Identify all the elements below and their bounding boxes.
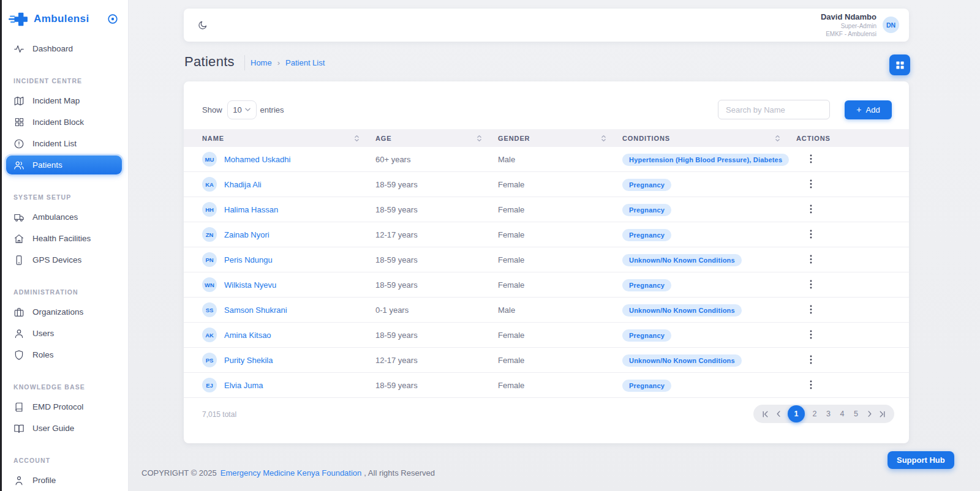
sidebar: Ambulensi Dashboard INCIDENT CENTRE (0, 0, 129, 491)
sidebar-item-incident-list[interactable]: Incident List (0, 133, 128, 154)
patient-gender: Male (498, 155, 622, 164)
page-size-select[interactable]: 10 (227, 100, 257, 119)
breadcrumb-home-link[interactable]: Home (251, 58, 272, 67)
avatar: PN (202, 252, 217, 267)
sidebar-item-organizations[interactable]: Organizations (0, 301, 128, 323)
total-count: 7,015 total (202, 410, 236, 419)
kebab-menu-icon[interactable] (807, 354, 815, 365)
device-icon (13, 255, 24, 266)
entries-label: entries (260, 105, 284, 114)
kebab-menu-icon[interactable] (807, 253, 815, 265)
sidebar-item-profile[interactable]: Profile (0, 470, 128, 491)
patient-name-link[interactable]: Amina Kitsao (224, 331, 271, 340)
add-button[interactable]: + Add (845, 100, 892, 119)
kebab-menu-icon[interactable] (807, 228, 815, 240)
title-divider (244, 55, 245, 70)
column-header-age[interactable]: AGE (375, 134, 498, 143)
sidebar-item-patients[interactable]: Patients (6, 156, 122, 174)
patient-name-link[interactable]: Peris Ndungu (224, 255, 273, 264)
column-label: NAME (202, 135, 224, 142)
kebab-menu-icon[interactable] (807, 379, 815, 391)
patient-name-link[interactable]: Zainab Nyori (224, 230, 270, 239)
last-page-button[interactable] (878, 410, 886, 418)
user-menu[interactable]: David Ndambo Super-Admin EMKF - Ambulens… (821, 12, 899, 39)
table-row: PSPurity Shekila 12-17 years Female Unkn… (184, 348, 909, 373)
sort-icon[interactable] (775, 134, 780, 143)
show-label: Show (202, 105, 222, 114)
brand-row: Ambulensi (0, 0, 128, 38)
sidebar-item-user-guide[interactable]: User Guide (0, 418, 128, 439)
first-page-button[interactable] (761, 410, 769, 418)
sidebar-item-gps-devices[interactable]: GPS Devices (0, 249, 128, 271)
kebab-menu-icon[interactable] (807, 329, 815, 340)
layout-grid-button[interactable] (889, 54, 910, 75)
section-label-system-setup: SYSTEM SETUP (0, 176, 128, 206)
column-header-gender[interactable]: GENDER (498, 134, 622, 143)
user-icon (13, 328, 24, 339)
column-header-actions: ACTIONS (796, 135, 909, 142)
grid-icon (13, 117, 24, 128)
sidebar-item-users[interactable]: Users (0, 323, 128, 344)
breadcrumb-current-link[interactable]: Patient List (285, 58, 325, 67)
next-page-button[interactable] (866, 410, 873, 418)
sidebar-pin-button[interactable] (107, 13, 118, 24)
patient-name-link[interactable]: Mohamed Uskadhi (224, 155, 290, 164)
patient-age: 0-1 years (375, 305, 498, 315)
patient-name-link[interactable]: Samson Shukrani (224, 305, 287, 315)
column-header-conditions[interactable]: CONDITIONS (622, 134, 796, 143)
sidebar-item-label: Incident Block (32, 118, 84, 127)
sort-icon[interactable] (601, 134, 606, 143)
search-input[interactable] (718, 100, 830, 119)
sidebar-item-dashboard[interactable]: Dashboard (0, 38, 128, 59)
sidebar-item-incident-map[interactable]: Incident Map (0, 90, 128, 111)
kebab-menu-icon[interactable] (807, 304, 815, 315)
table-row: MUMohamed Uskadhi 60+ years Male Hyperte… (184, 147, 909, 172)
page-button-3[interactable]: 3 (824, 410, 832, 418)
patient-name-link[interactable]: Wilkista Nyevu (224, 280, 276, 290)
patient-name-link[interactable]: Khadija Ali (224, 180, 262, 189)
brand-name: Ambulensi (34, 13, 107, 25)
open-book-icon (13, 423, 24, 434)
ambulensi-logo-icon (9, 10, 28, 28)
page-button-4[interactable]: 4 (839, 410, 846, 418)
sidebar-item-emd-protocol[interactable]: EMD Protocol (0, 396, 128, 418)
patient-name-link[interactable]: Purity Shekila (224, 356, 273, 365)
conditions-badge: Unknown/No Known Conditions (622, 304, 742, 317)
chevron-right-icon: › (277, 58, 280, 67)
column-label: CONDITIONS (622, 135, 670, 142)
column-header-name[interactable]: NAME (202, 134, 375, 143)
copyright-suffix: , All rights Reserved (364, 468, 435, 478)
chevron-down-icon (245, 108, 251, 111)
avatar[interactable]: DN (883, 17, 899, 33)
sidebar-item-health-facilities[interactable]: Health Facilities (0, 228, 128, 249)
page-button-5[interactable]: 5 (852, 410, 860, 418)
kebab-menu-icon[interactable] (807, 153, 815, 165)
patient-name-link[interactable]: Elvia Juma (224, 381, 263, 390)
sidebar-item-incident-block[interactable]: Incident Block (0, 111, 128, 133)
sort-icon[interactable] (354, 134, 360, 143)
patient-age: 12-17 years (375, 356, 498, 365)
sort-icon[interactable] (477, 134, 482, 143)
table-row: AKAmina Kitsao 18-59 years Female Pregna… (184, 323, 909, 348)
kebab-menu-icon[interactable] (807, 279, 815, 290)
sidebar-item-label: EMD Protocol (32, 402, 83, 411)
table-body: MUMohamed Uskadhi 60+ years Male Hyperte… (184, 147, 909, 398)
patient-name-link[interactable]: Halima Hassan (224, 205, 278, 214)
kebab-menu-icon[interactable] (807, 203, 815, 215)
pagination: 1 2 3 4 5 (753, 405, 894, 423)
sidebar-item-roles[interactable]: Roles (0, 344, 128, 365)
page-button-2[interactable]: 2 (811, 410, 819, 418)
support-hub-button[interactable]: Support Hub (888, 451, 954, 469)
avatar: ZN (202, 227, 217, 242)
patient-age: 18-59 years (375, 205, 498, 214)
sidebar-item-ambulances[interactable]: Ambulances (0, 206, 128, 228)
kebab-menu-icon[interactable] (807, 178, 815, 190)
org-link[interactable]: Emergency Medicine Kenya Foundation (221, 468, 362, 478)
page-button-1[interactable]: 1 (788, 405, 805, 422)
patients-card: Show 10 entries + Add NAME AGE (184, 81, 909, 443)
conditions-badge: Unknown/No Known Conditions (622, 354, 742, 367)
moon-icon (197, 20, 208, 31)
previous-page-button[interactable] (775, 410, 782, 418)
page-title: Patients (184, 54, 235, 70)
dark-mode-toggle[interactable] (197, 20, 208, 31)
